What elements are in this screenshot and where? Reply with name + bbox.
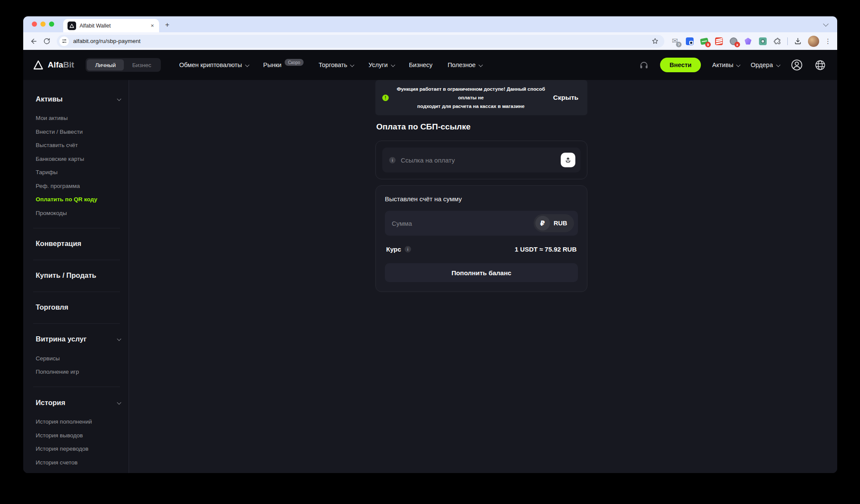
menu-useful[interactable]: Полезное xyxy=(448,61,482,68)
coupon-extension-icon[interactable]: 9 xyxy=(700,37,709,46)
menu-exchange[interactable]: Обмен криптовалюты xyxy=(179,61,248,68)
site-settings-icon[interactable] xyxy=(59,37,69,46)
sidebar-section-buy-sell[interactable]: Купить / Продать xyxy=(36,271,120,280)
toggle-personal[interactable]: Личный xyxy=(87,59,124,71)
sidebar-divider xyxy=(33,387,120,387)
toolbar-separator xyxy=(787,37,788,45)
minimize-window-button[interactable] xyxy=(40,22,46,27)
amount-field[interactable]: ₽ RUB xyxy=(385,211,578,236)
sidebar-section-history[interactable]: История xyxy=(36,398,120,407)
navbar-right: Внести Активы Ордера xyxy=(639,58,826,72)
profile-icon[interactable] xyxy=(790,58,803,71)
currency-chip[interactable]: ₽ RUB xyxy=(534,214,574,232)
top-up-balance-button[interactable]: Пополнить баланс xyxy=(385,263,578,282)
chevron-down-icon xyxy=(245,63,249,67)
sidebar-divider xyxy=(33,323,120,324)
crystal-wallet-extension-icon[interactable] xyxy=(743,37,752,46)
sidebar-item-issue-invoice[interactable]: Выставить счёт xyxy=(36,142,120,148)
password-manager-extension-icon[interactable] xyxy=(685,37,694,46)
sidebar-item-history-invoices[interactable]: История счетов xyxy=(36,460,120,466)
amount-input[interactable] xyxy=(392,220,528,227)
new-tab-button[interactable]: + xyxy=(165,21,169,29)
sidebar-item-tariffs[interactable]: Тарифы xyxy=(36,169,120,175)
assets-dropdown[interactable]: Активы xyxy=(712,61,740,68)
browser-menu-icon[interactable]: ⋮ xyxy=(825,37,831,45)
chevron-down-icon xyxy=(737,63,740,67)
sidebar-item-services[interactable]: Сервисы xyxy=(36,356,120,362)
rate-value: 1 USDT ≈ 75.92 RUB xyxy=(515,246,577,253)
rate-label: Курс xyxy=(386,246,401,253)
support-headphones-icon[interactable] xyxy=(639,60,649,70)
sidebar-item-history-transfers[interactable]: История переводов xyxy=(36,446,120,452)
warning-icon: ! xyxy=(382,95,389,101)
account-type-toggle: Личный Бизнес xyxy=(86,58,160,72)
sidebar-item-referral[interactable]: Реф. программа xyxy=(36,183,120,189)
toggle-business[interactable]: Бизнес xyxy=(124,59,159,71)
chevron-down-icon xyxy=(479,63,482,67)
menu-trade[interactable]: Торговать xyxy=(319,61,353,68)
content-area: ! Функция работает в ограниченном доступ… xyxy=(129,80,837,473)
alfabit-triangle-icon xyxy=(33,59,44,71)
sidebar-section-trading[interactable]: Торговля xyxy=(36,303,120,312)
close-window-button[interactable] xyxy=(32,22,37,27)
rate-info-icon[interactable]: i xyxy=(405,246,411,252)
downloads-icon[interactable] xyxy=(793,37,802,46)
payment-link-field[interactable]: i xyxy=(382,148,580,172)
alfabit-logo[interactable]: AlfaBit xyxy=(33,59,74,71)
sidebar-item-promocodes[interactable]: Промокоды xyxy=(36,210,120,216)
paste-link-button[interactable] xyxy=(561,153,575,167)
todoist-extension-icon[interactable] xyxy=(714,37,723,46)
sidebar-section-services-showcase[interactable]: Витрина услуг xyxy=(36,335,120,344)
payment-link-card: i xyxy=(375,141,587,179)
sidebar-section-assets[interactable]: Активы xyxy=(36,95,120,103)
rate-row: Курс i 1 USDT ≈ 75.92 RUB xyxy=(385,246,578,253)
sidebar-item-deposit-withdraw[interactable]: Внести / Вывести xyxy=(36,129,120,135)
currency-code: RUB xyxy=(554,220,567,227)
main-column: ! Функция работает в ограниченном доступ… xyxy=(375,80,587,292)
sidebar-item-my-assets[interactable]: Мои активы xyxy=(36,115,120,121)
tab-search-chevron-icon[interactable] xyxy=(823,21,829,27)
fullscreen-window-button[interactable] xyxy=(49,22,54,27)
warning-banner: ! Функция работает в ограниченном доступ… xyxy=(375,80,587,115)
blocker-extension-icon[interactable]: x xyxy=(729,37,738,46)
deposit-button[interactable]: Внести xyxy=(660,58,701,72)
back-icon[interactable] xyxy=(29,37,38,46)
menu-services[interactable]: Услуги xyxy=(369,61,394,68)
recorder-extension-icon[interactable] xyxy=(758,37,767,46)
sidebar-item-game-topup[interactable]: Пополнение игр xyxy=(36,369,120,375)
chevron-down-icon xyxy=(117,97,121,101)
assets-items: Мои активы Внести / Вывести Выставить сч… xyxy=(36,115,120,216)
language-globe-icon[interactable] xyxy=(814,59,826,71)
banner-text: Функция работает в ограниченном доступе!… xyxy=(389,85,553,111)
extensions-row: ✉ ? 9 x ⋮ xyxy=(670,36,831,47)
menu-markets[interactable]: РынкиСкоро xyxy=(263,61,304,68)
hide-banner-button[interactable]: Скрыть xyxy=(553,94,578,101)
sidebar-section-conversion[interactable]: Конвертация xyxy=(36,240,120,248)
chevron-down-icon xyxy=(776,63,780,67)
extensions-puzzle-icon[interactable] xyxy=(773,37,782,46)
showcase-items: Сервисы Пополнение игр xyxy=(36,356,120,375)
close-tab-icon[interactable]: × xyxy=(150,22,155,29)
menu-business[interactable]: Бизнесу xyxy=(409,61,433,68)
bookmark-star-icon[interactable] xyxy=(651,37,659,46)
invoice-card: Выставлен счёт на сумму ₽ RUB Курс i xyxy=(375,185,587,292)
profile-avatar[interactable] xyxy=(808,36,819,47)
history-items: История пополнений История выводов Истор… xyxy=(36,419,120,473)
payment-link-input[interactable] xyxy=(401,157,556,164)
invoice-card-title: Выставлен счёт на сумму xyxy=(385,195,578,203)
url-text[interactable]: alfabit.org/ru/sbp-payment xyxy=(73,38,646,44)
browser-window: Alfabit Wallet × + alfabit.org/ru/sbp-pa… xyxy=(23,16,837,473)
address-bar[interactable]: alfabit.org/ru/sbp-payment xyxy=(57,35,664,48)
ruble-icon: ₽ xyxy=(535,216,550,230)
sidebar-item-history-withdrawals[interactable]: История выводов xyxy=(36,433,120,439)
mail-extension-icon[interactable]: ✉ ? xyxy=(670,37,679,46)
sidebar-item-bank-cards[interactable]: Банковские карты xyxy=(36,156,120,162)
reload-icon[interactable] xyxy=(42,37,51,46)
app-navbar: AlfaBit Личный Бизнес Обмен криптовалюты… xyxy=(23,50,837,80)
browser-tab[interactable]: Alfabit Wallet × xyxy=(63,19,159,32)
orders-dropdown[interactable]: Ордера xyxy=(751,61,779,68)
sidebar-item-history-deposits[interactable]: История пополнений xyxy=(36,419,120,425)
sidebar-item-pay-by-qr[interactable]: Оплатить по QR коду xyxy=(36,197,120,203)
main-menu: Обмен криптовалюты РынкиСкоро Торговать … xyxy=(179,61,482,68)
sidebar-divider xyxy=(33,228,120,228)
